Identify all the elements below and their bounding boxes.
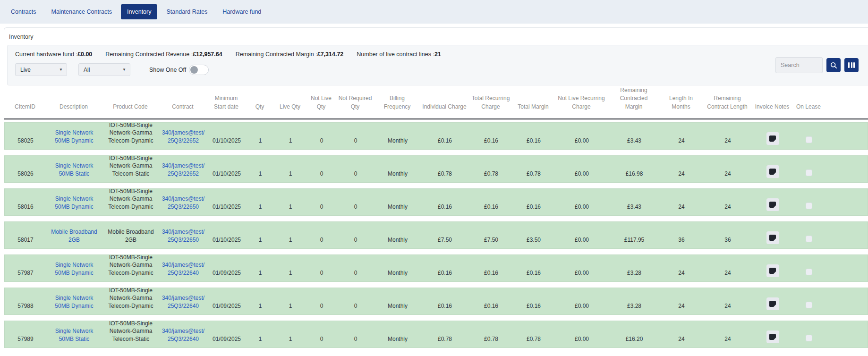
cell-length_in_months: 24 xyxy=(659,321,704,348)
cell-description-link[interactable]: Mobile Broadband 2GB xyxy=(46,222,102,248)
cell-live_qty: 1 xyxy=(274,123,307,149)
cell-not_live_recurring_charge: £0.00 xyxy=(554,189,609,215)
column-header-qty[interactable]: Qty xyxy=(246,85,273,119)
cell-contract-link[interactable]: 340/james@test/25Q3/22640 xyxy=(160,288,207,314)
cell-billing_frequency: Monthly xyxy=(375,189,420,215)
cell-individual_charge: £0.16 xyxy=(420,189,469,215)
cell-product_code: IOT-50MB-Single Network-Gamma Telecom-Dy… xyxy=(102,123,160,149)
column-header-contract[interactable]: Contract xyxy=(159,85,206,119)
columns-button[interactable] xyxy=(844,58,859,72)
search-input[interactable] xyxy=(775,57,823,73)
cell-total_recurring_charge: £0.16 xyxy=(469,255,513,281)
column-header-individual_charge[interactable]: Individual Charge xyxy=(420,85,469,119)
status-select[interactable]: Live ▼ xyxy=(15,63,67,76)
cell-description-link[interactable]: Single Network 50MB Static xyxy=(46,156,102,182)
cell-not_required_qty: 0 xyxy=(336,156,375,182)
column-header-billing_frequency[interactable]: Billing Frequency xyxy=(374,85,420,119)
invoice-notes-button[interactable] xyxy=(766,331,779,343)
cell-contract-link[interactable]: 340/james@test/25Q3/22650 xyxy=(160,222,207,248)
cell-product_code: IOT-50MB-Single Network-Gamma Telecom-St… xyxy=(102,321,160,348)
column-header-not_live_recurring_charge[interactable]: Not Live Recurring Charge xyxy=(554,85,609,119)
tab-hardware-fund[interactable]: Hardware fund xyxy=(216,4,267,19)
cell-total_recurring_charge: £0.78 xyxy=(469,156,513,182)
on-lease-cell xyxy=(793,189,825,215)
cell-citemid: 58017 xyxy=(5,222,46,248)
cell-not_live_recurring_charge: £0.00 xyxy=(554,321,609,348)
column-header-not_live_qty[interactable]: Not Live Qty xyxy=(306,85,336,119)
column-header-total_margin[interactable]: Total Margin xyxy=(512,85,554,119)
summary-stat: Number of live contract lines :21 xyxy=(357,51,441,58)
column-header-length_in_months[interactable]: Length In Months xyxy=(659,85,703,119)
invoice-notes-button[interactable] xyxy=(766,198,779,211)
cell-total_margin: £0.16 xyxy=(513,255,554,281)
inventory-card: Inventory Current hardware fund :£0.00Re… xyxy=(4,27,868,356)
cell-product_code: IOT-50MB-Single Network-Gamma Telecom-Dy… xyxy=(102,255,160,281)
column-header-product_code[interactable]: Product Code xyxy=(102,85,159,119)
on-lease-checkbox[interactable] xyxy=(806,236,812,242)
cell-remaining_contract_length: 24 xyxy=(704,288,752,314)
on-lease-checkbox[interactable] xyxy=(806,335,812,341)
invoice-notes-button[interactable] xyxy=(766,165,779,178)
invoice-notes-button[interactable] xyxy=(766,231,779,244)
summary-stat-value: £0.00 xyxy=(77,51,92,58)
cell-description-link[interactable]: Single Network 50MB Static xyxy=(46,321,102,348)
cell-contract-link[interactable]: 340/james@test/25Q3/22652 xyxy=(160,123,207,149)
cell-not_live_qty: 0 xyxy=(307,222,336,248)
type-select-value: All xyxy=(84,67,90,73)
row-filler xyxy=(825,321,868,348)
tab-maintenance-contracts[interactable]: Maintenance Contracts xyxy=(45,4,119,19)
invoice-notes-cell xyxy=(752,288,793,314)
invoice-notes-cell xyxy=(752,189,793,215)
column-header-citemid[interactable]: CItemID xyxy=(4,85,46,119)
invoice-notes-button[interactable] xyxy=(766,264,779,277)
cell-qty: 1 xyxy=(247,123,274,149)
tab-inventory[interactable]: Inventory xyxy=(121,4,157,19)
on-lease-checkbox[interactable] xyxy=(806,136,812,143)
column-header-description[interactable]: Description xyxy=(46,85,102,119)
on-lease-cell xyxy=(793,255,825,281)
type-select[interactable]: All ▼ xyxy=(78,63,130,76)
cell-individual_charge: £7.50 xyxy=(420,222,469,248)
cell-description-link[interactable]: Single Network 50MB Dynamic xyxy=(46,288,102,314)
column-header-remaining_contracted_margin[interactable]: Remaining Contracted Margin xyxy=(609,85,659,119)
column-header-remaining_contract_length[interactable]: Remaining Contract Length xyxy=(703,85,751,119)
cell-not_required_qty: 0 xyxy=(336,321,375,348)
cell-not_live_qty: 0 xyxy=(307,255,336,281)
cell-min_start_date: 01/10/2025 xyxy=(207,222,247,248)
column-header-live_qty[interactable]: Live Qty xyxy=(273,85,306,119)
cell-description-link[interactable]: Single Network 50MB Dynamic xyxy=(46,189,102,215)
summary-stat: Remaining Contracted Margin :£7,314.72 xyxy=(236,51,344,58)
cell-remaining_contract_length: 24 xyxy=(704,321,752,348)
show-one-off-toggle[interactable] xyxy=(189,65,209,75)
on-lease-checkbox[interactable] xyxy=(806,302,812,308)
cell-contract-link[interactable]: 340/james@test/25Q3/22640 xyxy=(160,255,207,281)
cell-total_margin: £0.16 xyxy=(513,189,554,215)
cell-contract-link[interactable]: 340/james@test/25Q3/22652 xyxy=(160,156,207,182)
note-icon xyxy=(769,301,776,307)
on-lease-checkbox[interactable] xyxy=(806,170,812,176)
invoice-notes-button[interactable] xyxy=(766,132,779,145)
invoice-notes-button[interactable] xyxy=(766,297,779,310)
column-header-on_lease[interactable]: On Lease xyxy=(793,85,824,119)
cell-description-link[interactable]: Single Network 50MB Dynamic xyxy=(46,123,102,149)
cell-contract-link[interactable]: 340/james@test/25Q3/22640 xyxy=(160,321,207,348)
cell-min_start_date: 01/10/2025 xyxy=(207,156,247,182)
column-header-invoice_notes[interactable]: Invoice Notes xyxy=(751,85,793,119)
column-header-not_required_qty[interactable]: Not Required Qty xyxy=(336,85,374,119)
chevron-down-icon: ▼ xyxy=(122,68,126,72)
cell-not_live_qty: 0 xyxy=(307,321,336,348)
cell-live_qty: 1 xyxy=(274,288,307,314)
tab-bar: ContractsMaintenance ContractsInventoryS… xyxy=(0,0,868,24)
tab-contracts[interactable]: Contracts xyxy=(5,4,43,19)
cell-description-link[interactable]: Single Network 50MB Dynamic xyxy=(46,255,102,281)
tab-standard-rates[interactable]: Standard Rates xyxy=(160,4,213,19)
cell-citemid: 58025 xyxy=(5,123,46,149)
column-header-min_start_date[interactable]: Minimum Start date xyxy=(206,85,246,119)
cell-contract-link[interactable]: 340/james@test/25Q3/22650 xyxy=(160,189,207,215)
column-header-total_recurring_charge[interactable]: Total Recurring Charge xyxy=(469,85,512,119)
search-button[interactable] xyxy=(826,58,841,72)
on-lease-checkbox[interactable] xyxy=(806,203,812,209)
cell-total_margin: £0.78 xyxy=(513,156,554,182)
status-select-value: Live xyxy=(20,67,31,73)
on-lease-checkbox[interactable] xyxy=(806,269,812,275)
